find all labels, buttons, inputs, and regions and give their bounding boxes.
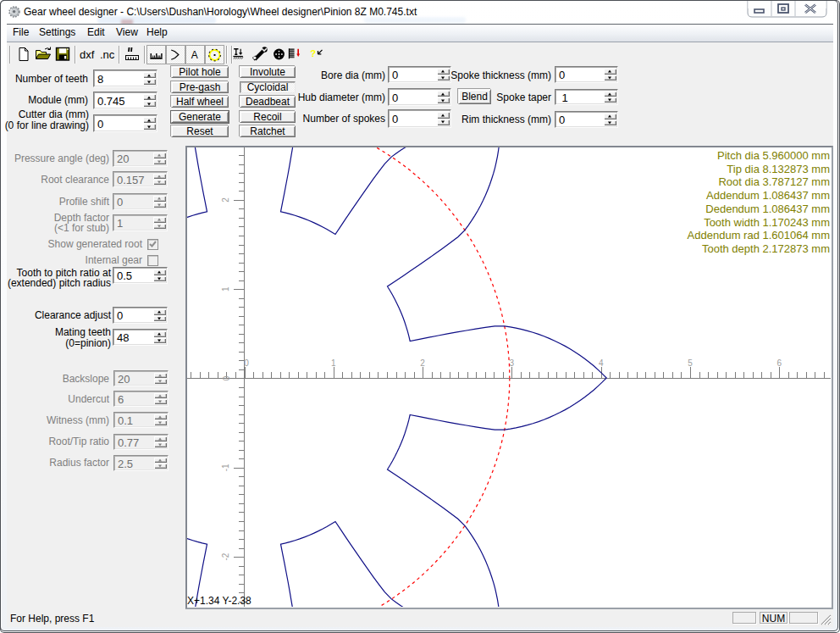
svg-text:1: 1 <box>331 358 336 368</box>
svg-text:-1: -1 <box>221 464 230 471</box>
svg-text:-2: -2 <box>221 552 230 560</box>
svg-text:0: 0 <box>222 375 231 380</box>
svg-text:4: 4 <box>599 358 604 368</box>
svg-text:6: 6 <box>777 358 782 368</box>
svg-text:0: 0 <box>244 358 249 368</box>
svg-text:3: 3 <box>510 358 515 368</box>
svg-text:1: 1 <box>221 286 230 292</box>
svg-text:2: 2 <box>221 197 230 203</box>
svg-text:5: 5 <box>688 358 693 368</box>
svg-text:2: 2 <box>420 358 425 368</box>
